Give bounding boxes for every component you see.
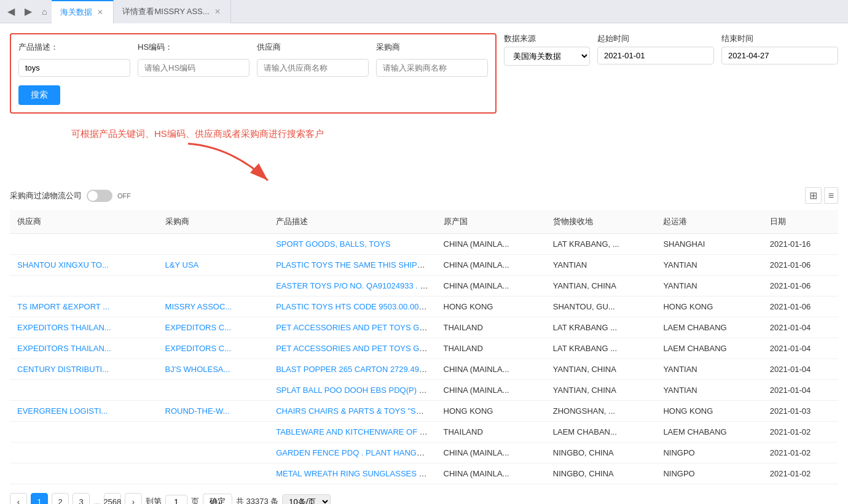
link-supplier[interactable]: CENTURY DISTRIBUTI...	[17, 365, 109, 374]
tab-customs[interactable]: 海关数据 ✕	[52, 0, 114, 23]
page-3-button[interactable]: 3	[73, 493, 90, 504]
end-date-input[interactable]	[721, 47, 838, 64]
home-button[interactable]: ⌂	[37, 4, 52, 19]
back-button[interactable]: ◀	[2, 3, 20, 20]
cell-supplier[interactable]	[10, 422, 158, 443]
link-product[interactable]: PET ACCESSORIES AND PET TOYS GENERAL CON…	[276, 344, 436, 353]
tab-customs-close[interactable]: ✕	[96, 8, 104, 17]
link-product[interactable]: PET ACCESSORIES AND PET TOYS GENERAL CON…	[276, 323, 436, 332]
cell-product[interactable]: BLAST POPPER 265 CARTON 2729.499KG 35.43…	[269, 359, 436, 380]
cell-buyer[interactable]: MISSRY ASSOC...	[158, 297, 269, 317]
cell-supplier[interactable]	[10, 463, 158, 484]
supplier-input-group	[257, 59, 369, 77]
goto-confirm-button[interactable]: 确定	[203, 494, 232, 504]
link-supplier[interactable]: EXPEDITORS THAILAN...	[17, 344, 111, 353]
link-product[interactable]: BLAST POPPER 265 CARTON 2729.499KG 35.43…	[276, 365, 436, 374]
cell-buyer[interactable]: ROUND-THE-W...	[158, 401, 269, 422]
product-input[interactable]	[18, 59, 130, 77]
link-buyer[interactable]: MISSRY ASSOC...	[165, 302, 232, 311]
prev-page-button[interactable]: ‹	[10, 493, 27, 504]
cell-product[interactable]: PET ACCESSORIES AND PET TOYS GENERAL CON…	[269, 317, 436, 338]
col-product: 产品描述	[269, 210, 436, 234]
link-supplier[interactable]: TS IMPORT &EXPORT ...	[17, 302, 109, 311]
cell-product[interactable]: TABLEWARE AND KITCHENWARE OF PLASTICS TO…	[269, 422, 436, 443]
cell-product[interactable]: GARDEN FENCE PDQ . PLANT HANGER 30IN BUN…	[269, 443, 436, 463]
link-product[interactable]: GARDEN FENCE PDQ . PLANT HANGER 30IN BUN…	[276, 448, 436, 457]
forward-button[interactable]: ▶	[20, 3, 37, 20]
cell-product[interactable]: PLASTIC TOYS THE SAME THIS SHIPMENT DOES…	[269, 255, 436, 276]
cell-product[interactable]: PET ACCESSORIES AND PET TOYS GENERAL CON…	[269, 338, 436, 359]
cell-supplier[interactable]: TS IMPORT &EXPORT ...	[10, 297, 158, 317]
link-product[interactable]: SPORT GOODS, BALLS, TOYS	[276, 239, 390, 249]
link-product[interactable]: CHAIRS CHAIRS & PARTS & TOYS "SHIPPER'S …	[276, 406, 436, 416]
tab-detail[interactable]: 详情查看MISSRY ASS... ✕	[114, 0, 230, 23]
page-1-button[interactable]: 1	[31, 493, 48, 504]
link-product[interactable]: SPLAT BALL POO DOOH EBS PDQ(P) SPLAT BAL…	[276, 386, 436, 395]
page-size-select[interactable]: 10条/页	[282, 494, 331, 505]
link-buyer[interactable]: EXPEDITORS C...	[165, 323, 231, 332]
link-supplier[interactable]: EVERGREEN LOGISTI...	[17, 406, 108, 416]
goto-page-input[interactable]	[165, 495, 187, 505]
cell-buyer[interactable]	[158, 380, 269, 401]
link-buyer[interactable]: ROUND-THE-W...	[165, 406, 230, 416]
tab-detail-close[interactable]: ✕	[213, 7, 222, 16]
start-date-input[interactable]	[597, 47, 714, 64]
cell-buyer[interactable]: L&Y USA	[158, 255, 269, 276]
cell-product[interactable]: CHAIRS CHAIRS & PARTS & TOYS "SHIPPER'S …	[269, 401, 436, 422]
cell-supplier[interactable]	[10, 380, 158, 401]
toggle-switch[interactable]	[87, 190, 112, 202]
cell-supplier[interactable]: CENTURY DISTRIBUTI...	[10, 359, 158, 380]
cell-supplier[interactable]	[10, 234, 158, 255]
list-view-button[interactable]: ≡	[824, 187, 838, 204]
table-row: SHANTOU XINGXU TO...L&Y USAPLASTIC TOYS …	[10, 255, 838, 276]
cell-product[interactable]: SPLAT BALL POO DOOH EBS PDQ(P) SPLAT BAL…	[269, 380, 436, 401]
link-supplier[interactable]: SHANTOU XINGXU TO...	[17, 260, 109, 269]
hs-label: HS编码：	[138, 42, 249, 53]
link-product[interactable]: EASTER TOYS P/O NO. QA91024933 . ITEM NO…	[276, 281, 436, 290]
tab-detail-label: 详情查看MISSRY ASS...	[122, 6, 209, 17]
cell-supplier[interactable]: EXPEDITORS THAILAN...	[10, 338, 158, 359]
cell-buyer[interactable]: BJ'S WHOLESA...	[158, 359, 269, 380]
cell-supplier[interactable]: EVERGREEN LOGISTI...	[10, 401, 158, 422]
link-product[interactable]: PLASTIC TOYS THE SAME THIS SHIPMENT DOES…	[276, 260, 436, 269]
link-product[interactable]: PLASTIC TOYS HTS CODE 9503.00.0073, PO#9…	[276, 302, 436, 311]
cell-product[interactable]: SPORT GOODS, BALLS, TOYS	[269, 234, 436, 255]
cell-buyer[interactable]	[158, 234, 269, 255]
cell-supplier[interactable]: SHANTOU XINGXU TO...	[10, 255, 158, 276]
cell-supplier[interactable]: EXPEDITORS THAILAN...	[10, 317, 158, 338]
cell-product[interactable]: PLASTIC TOYS HTS CODE 9503.00.0073, PO#9…	[269, 297, 436, 317]
cell-product[interactable]: METAL WREATH RING SUNGLASSES GARDEN WIRE…	[269, 463, 436, 484]
link-buyer[interactable]: BJ'S WHOLESA...	[165, 365, 230, 374]
link-product[interactable]: METAL WREATH RING SUNGLASSES GARDEN WIRE…	[276, 469, 436, 478]
datasource-select[interactable]: 美国海关数据	[504, 47, 590, 66]
link-buyer[interactable]: L&Y USA	[165, 260, 199, 269]
buyer-input[interactable]	[376, 59, 488, 77]
link-product[interactable]: TABLEWARE AND KITCHENWARE OF PLASTICS TO…	[276, 427, 436, 436]
cell-buyer[interactable]: EXPEDITORS C...	[158, 338, 269, 359]
cell-buyer[interactable]: EXPEDITORS C...	[158, 317, 269, 338]
page-last-button[interactable]: 2568	[104, 493, 121, 504]
cell-supplier[interactable]	[10, 443, 158, 463]
cell-supplier[interactable]	[10, 276, 158, 297]
next-page-button[interactable]: ›	[125, 493, 142, 504]
cell-buyer[interactable]	[158, 422, 269, 443]
data-table: 供应商 采购商 产品描述 原产国 货物接收地 起运港 日期 SPORT GOOD…	[10, 210, 838, 484]
supplier-input[interactable]	[257, 59, 369, 77]
cell-buyer[interactable]	[158, 276, 269, 297]
cell-buyer[interactable]	[158, 463, 269, 484]
table-controls: 采购商过滤物流公司 OFF ⊞ ≡	[10, 187, 838, 204]
page-2-button[interactable]: 2	[52, 493, 69, 504]
grid-view-button[interactable]: ⊞	[805, 187, 822, 204]
link-buyer[interactable]: EXPEDITORS C...	[165, 344, 231, 353]
search-button[interactable]: 搜索	[18, 85, 60, 105]
hint-container: 可根据产品关键词、HS编码、供应商或者采购商进行搜索客户	[10, 128, 838, 177]
hint-text: 可根据产品关键词、HS编码、供应商或者采购商进行搜索客户	[71, 128, 324, 140]
link-supplier[interactable]: EXPEDITORS THAILAN...	[17, 323, 111, 332]
cell-buyer[interactable]	[158, 443, 269, 463]
hs-input[interactable]	[138, 59, 249, 77]
cell-origin: HONG KONG	[436, 297, 546, 317]
page-ellipsis: ...	[93, 497, 100, 505]
table-row: TS IMPORT &EXPORT ...MISSRY ASSOC...PLAS…	[10, 297, 838, 317]
cell-product[interactable]: EASTER TOYS P/O NO. QA91024933 . ITEM NO…	[269, 276, 436, 297]
buyer-filter-group: 采购商	[376, 42, 488, 53]
